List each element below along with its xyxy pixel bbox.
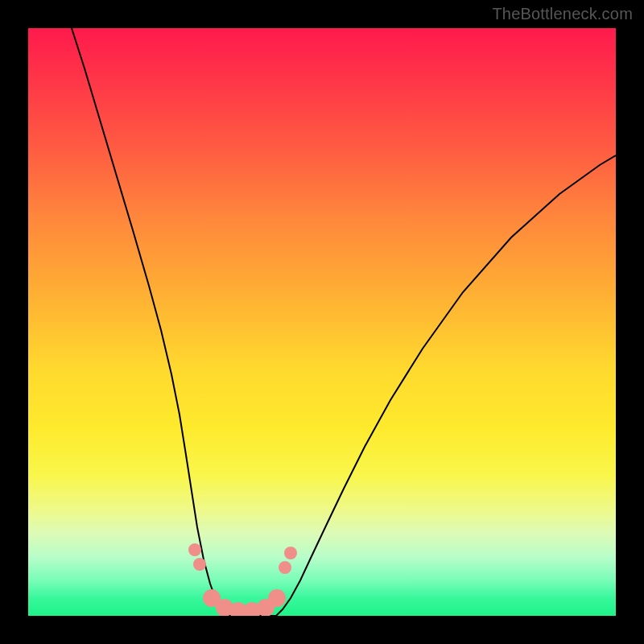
marker-dot (279, 561, 291, 574)
marker-dot (188, 543, 201, 556)
marker-dot (284, 547, 297, 559)
marker-group (188, 543, 297, 616)
watermark-text: TheBottleneck.com (492, 5, 633, 23)
curve-group (72, 28, 616, 616)
chart-plot-area (28, 28, 616, 616)
marker-dot (193, 558, 206, 571)
marker-dot (268, 589, 286, 607)
bottleneck-curve (72, 28, 616, 616)
chart-svg (28, 28, 616, 616)
